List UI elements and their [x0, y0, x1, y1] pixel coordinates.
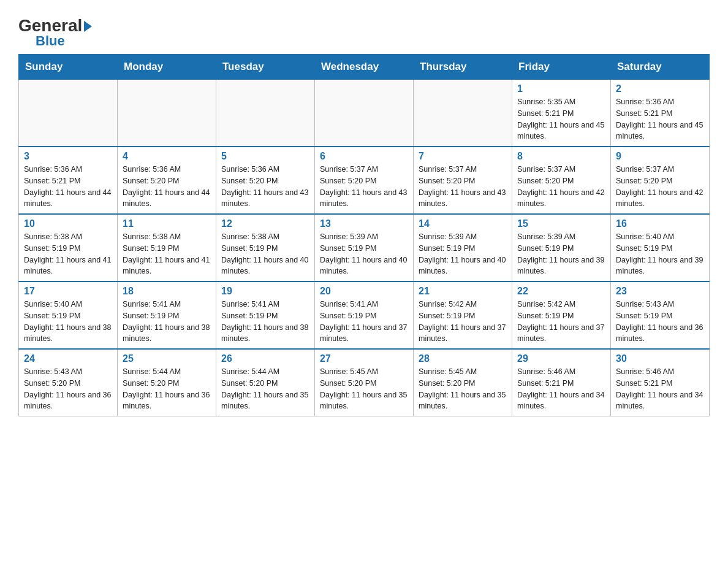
- calendar-day-cell: 16Sunrise: 5:40 AMSunset: 5:19 PMDayligh…: [611, 214, 710, 282]
- day-number: 20: [320, 286, 408, 297]
- calendar-day-cell: 11Sunrise: 5:38 AMSunset: 5:19 PMDayligh…: [118, 214, 216, 282]
- calendar-day-cell: 23Sunrise: 5:43 AMSunset: 5:19 PMDayligh…: [611, 282, 710, 349]
- day-number: 22: [517, 286, 605, 297]
- col-header-friday: Friday: [512, 55, 611, 80]
- calendar-week-row: 1Sunrise: 5:35 AMSunset: 5:21 PMDaylight…: [19, 80, 710, 147]
- col-header-tuesday: Tuesday: [216, 55, 315, 80]
- day-info: Sunrise: 5:38 AMSunset: 5:19 PMDaylight:…: [24, 231, 112, 277]
- day-info: Sunrise: 5:37 AMSunset: 5:20 PMDaylight:…: [517, 164, 605, 210]
- day-info: Sunrise: 5:42 AMSunset: 5:19 PMDaylight:…: [517, 299, 605, 345]
- day-number: 5: [221, 151, 309, 162]
- day-number: 1: [517, 83, 605, 94]
- day-number: 24: [24, 353, 112, 364]
- day-info: Sunrise: 5:37 AMSunset: 5:20 PMDaylight:…: [616, 164, 704, 210]
- day-number: 2: [616, 83, 704, 94]
- day-info: Sunrise: 5:37 AMSunset: 5:20 PMDaylight:…: [320, 164, 408, 210]
- col-header-thursday: Thursday: [414, 55, 512, 80]
- day-info: Sunrise: 5:44 AMSunset: 5:20 PMDaylight:…: [221, 366, 309, 412]
- day-info: Sunrise: 5:36 AMSunset: 5:20 PMDaylight:…: [221, 164, 309, 210]
- calendar-day-cell: 12Sunrise: 5:38 AMSunset: 5:19 PMDayligh…: [216, 214, 315, 282]
- day-number: 16: [616, 218, 704, 229]
- day-info: Sunrise: 5:46 AMSunset: 5:21 PMDaylight:…: [517, 366, 605, 412]
- calendar-table: SundayMondayTuesdayWednesdayThursdayFrid…: [18, 54, 710, 416]
- page-header: General Blue: [18, 12, 710, 48]
- day-number: 14: [419, 218, 507, 229]
- day-info: Sunrise: 5:35 AMSunset: 5:21 PMDaylight:…: [517, 96, 605, 142]
- day-number: 4: [123, 151, 211, 162]
- day-info: Sunrise: 5:45 AMSunset: 5:20 PMDaylight:…: [320, 366, 408, 412]
- calendar-day-cell: 3Sunrise: 5:36 AMSunset: 5:21 PMDaylight…: [19, 147, 118, 214]
- calendar-week-row: 3Sunrise: 5:36 AMSunset: 5:21 PMDaylight…: [19, 147, 710, 214]
- day-info: Sunrise: 5:36 AMSunset: 5:21 PMDaylight:…: [616, 96, 704, 142]
- day-info: Sunrise: 5:46 AMSunset: 5:21 PMDaylight:…: [616, 366, 704, 412]
- calendar-day-cell: 26Sunrise: 5:44 AMSunset: 5:20 PMDayligh…: [216, 349, 315, 416]
- day-info: Sunrise: 5:36 AMSunset: 5:21 PMDaylight:…: [24, 164, 112, 210]
- logo-blue-text: Blue: [36, 34, 65, 48]
- calendar-header-row: SundayMondayTuesdayWednesdayThursdayFrid…: [19, 55, 710, 80]
- col-header-sunday: Sunday: [19, 55, 118, 80]
- calendar-day-cell: 1Sunrise: 5:35 AMSunset: 5:21 PMDaylight…: [512, 80, 611, 147]
- day-info: Sunrise: 5:45 AMSunset: 5:20 PMDaylight:…: [419, 366, 507, 412]
- calendar-week-row: 24Sunrise: 5:43 AMSunset: 5:20 PMDayligh…: [19, 349, 710, 416]
- day-info: Sunrise: 5:41 AMSunset: 5:19 PMDaylight:…: [221, 299, 309, 345]
- calendar-day-cell: 29Sunrise: 5:46 AMSunset: 5:21 PMDayligh…: [512, 349, 611, 416]
- day-info: Sunrise: 5:38 AMSunset: 5:19 PMDaylight:…: [123, 231, 211, 277]
- day-number: 18: [123, 286, 211, 297]
- day-info: Sunrise: 5:43 AMSunset: 5:20 PMDaylight:…: [24, 366, 112, 412]
- calendar-day-cell: 20Sunrise: 5:41 AMSunset: 5:19 PMDayligh…: [315, 282, 414, 349]
- day-number: 27: [320, 353, 408, 364]
- calendar-day-cell: 10Sunrise: 5:38 AMSunset: 5:19 PMDayligh…: [19, 214, 118, 282]
- calendar-day-cell: [414, 80, 512, 147]
- calendar-day-cell: 5Sunrise: 5:36 AMSunset: 5:20 PMDaylight…: [216, 147, 315, 214]
- day-number: 19: [221, 286, 309, 297]
- calendar-week-row: 10Sunrise: 5:38 AMSunset: 5:19 PMDayligh…: [19, 214, 710, 282]
- col-header-saturday: Saturday: [611, 55, 710, 80]
- day-info: Sunrise: 5:40 AMSunset: 5:19 PMDaylight:…: [616, 231, 704, 277]
- day-number: 13: [320, 218, 408, 229]
- day-number: 6: [320, 151, 408, 162]
- day-number: 9: [616, 151, 704, 162]
- calendar-day-cell: 22Sunrise: 5:42 AMSunset: 5:19 PMDayligh…: [512, 282, 611, 349]
- day-info: Sunrise: 5:39 AMSunset: 5:19 PMDaylight:…: [517, 231, 605, 277]
- day-info: Sunrise: 5:44 AMSunset: 5:20 PMDaylight:…: [123, 366, 211, 412]
- calendar-day-cell: 13Sunrise: 5:39 AMSunset: 5:19 PMDayligh…: [315, 214, 414, 282]
- day-number: 30: [616, 353, 704, 364]
- day-number: 7: [419, 151, 507, 162]
- day-info: Sunrise: 5:42 AMSunset: 5:19 PMDaylight:…: [419, 299, 507, 345]
- day-info: Sunrise: 5:41 AMSunset: 5:19 PMDaylight:…: [123, 299, 211, 345]
- day-info: Sunrise: 5:41 AMSunset: 5:19 PMDaylight:…: [320, 299, 408, 345]
- calendar-day-cell: [216, 80, 315, 147]
- day-number: 10: [24, 218, 112, 229]
- day-info: Sunrise: 5:43 AMSunset: 5:19 PMDaylight:…: [616, 299, 704, 345]
- logo-triangle-icon: [84, 21, 92, 32]
- day-number: 3: [24, 151, 112, 162]
- calendar-day-cell: [315, 80, 414, 147]
- col-header-monday: Monday: [118, 55, 216, 80]
- calendar-day-cell: [118, 80, 216, 147]
- calendar-day-cell: 4Sunrise: 5:36 AMSunset: 5:20 PMDaylight…: [118, 147, 216, 214]
- calendar-day-cell: 30Sunrise: 5:46 AMSunset: 5:21 PMDayligh…: [611, 349, 710, 416]
- day-number: 15: [517, 218, 605, 229]
- day-number: 21: [419, 286, 507, 297]
- calendar-day-cell: 25Sunrise: 5:44 AMSunset: 5:20 PMDayligh…: [118, 349, 216, 416]
- logo-general-text: General: [18, 17, 92, 34]
- calendar-day-cell: 21Sunrise: 5:42 AMSunset: 5:19 PMDayligh…: [414, 282, 512, 349]
- day-info: Sunrise: 5:40 AMSunset: 5:19 PMDaylight:…: [24, 299, 112, 345]
- day-number: 12: [221, 218, 309, 229]
- day-info: Sunrise: 5:39 AMSunset: 5:19 PMDaylight:…: [320, 231, 408, 277]
- calendar-day-cell: 8Sunrise: 5:37 AMSunset: 5:20 PMDaylight…: [512, 147, 611, 214]
- calendar-day-cell: 28Sunrise: 5:45 AMSunset: 5:20 PMDayligh…: [414, 349, 512, 416]
- calendar-day-cell: 15Sunrise: 5:39 AMSunset: 5:19 PMDayligh…: [512, 214, 611, 282]
- logo: General Blue: [18, 17, 92, 48]
- day-info: Sunrise: 5:37 AMSunset: 5:20 PMDaylight:…: [419, 164, 507, 210]
- day-info: Sunrise: 5:38 AMSunset: 5:19 PMDaylight:…: [221, 231, 309, 277]
- day-number: 25: [123, 353, 211, 364]
- calendar-day-cell: 6Sunrise: 5:37 AMSunset: 5:20 PMDaylight…: [315, 147, 414, 214]
- col-header-wednesday: Wednesday: [315, 55, 414, 80]
- calendar-day-cell: 9Sunrise: 5:37 AMSunset: 5:20 PMDaylight…: [611, 147, 710, 214]
- calendar-day-cell: 19Sunrise: 5:41 AMSunset: 5:19 PMDayligh…: [216, 282, 315, 349]
- day-info: Sunrise: 5:36 AMSunset: 5:20 PMDaylight:…: [123, 164, 211, 210]
- day-number: 26: [221, 353, 309, 364]
- calendar-day-cell: 14Sunrise: 5:39 AMSunset: 5:19 PMDayligh…: [414, 214, 512, 282]
- day-number: 29: [517, 353, 605, 364]
